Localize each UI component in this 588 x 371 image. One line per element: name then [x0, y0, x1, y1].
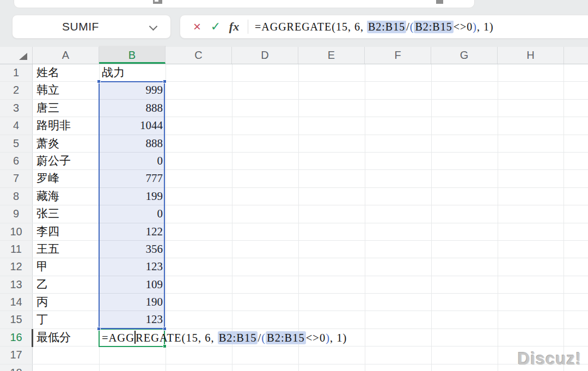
ribbon-icon-fragment — [436, 0, 443, 4]
insert-function-icon[interactable]: fx — [225, 16, 243, 38]
gridline — [498, 64, 498, 371]
cell-a5[interactable]: 萧炎 — [33, 135, 99, 152]
formula-text-segment: <>0 — [454, 21, 473, 33]
column-header-b[interactable]: B — [99, 46, 166, 64]
table-row: 6蔚公子0 — [0, 153, 588, 170]
formula-bar-text[interactable]: =AGGREGATE(15, 6, B2:B15/(B2:B15<>0), 1) — [255, 21, 494, 33]
table-row: 5萧炎888 — [0, 135, 588, 153]
column-header-c[interactable]: C — [166, 47, 232, 64]
grid-rows: 1姓名战力2韩立9993唐三8884路明非10445萧炎8886蔚公子07罗峰7… — [0, 64, 588, 371]
table-row: 13乙109 — [0, 276, 588, 294]
row-header-2[interactable]: 2 — [0, 82, 33, 99]
cell-a18[interactable] — [33, 364, 99, 371]
cell-a9[interactable]: 张三 — [33, 205, 99, 222]
table-row: 4路明非1044 — [0, 117, 588, 135]
cell-b18[interactable] — [99, 364, 166, 371]
formula-range-ref: B2:B15 — [367, 21, 406, 33]
column-header-h[interactable]: H — [498, 47, 564, 64]
formula-range-ref: B2:B15 — [266, 331, 306, 344]
name-box[interactable]: SUMIF — [12, 15, 171, 39]
row-header-3[interactable]: 3 — [0, 100, 33, 117]
row-header-15[interactable]: 15 — [0, 311, 33, 328]
select-all-triangle-icon — [19, 53, 27, 60]
cell-a14[interactable]: 丙 — [33, 294, 99, 311]
column-header-g[interactable]: G — [431, 47, 498, 64]
selection-handle[interactable] — [163, 80, 167, 83]
cell-a4[interactable]: 路明非 — [33, 117, 99, 134]
selection-handle[interactable] — [97, 327, 101, 331]
name-box-value: SUMIF — [62, 20, 99, 33]
gridline — [431, 64, 432, 371]
selection-handle[interactable] — [163, 327, 167, 331]
spreadsheet-window: SUMIF × ✓ fx =AGGREGATE(15, 6, B2:B15/(B… — [0, 0, 588, 371]
fill-handle[interactable] — [163, 344, 167, 348]
cell-a6[interactable]: 蔚公子 — [33, 153, 99, 169]
cell-a15[interactable]: 丁 — [33, 311, 99, 328]
cell-a17[interactable] — [33, 346, 99, 363]
formula-paren: ) — [473, 21, 477, 33]
row-header-18[interactable]: 18 — [0, 364, 33, 371]
select-all-corner[interactable] — [0, 47, 33, 64]
formula-range-ref: B2:B15 — [218, 331, 258, 344]
cell-a7[interactable]: 罗峰 — [33, 170, 99, 187]
row-header-7[interactable]: 7 — [0, 170, 33, 187]
selection-range-b2-b15 — [99, 81, 165, 329]
cell-a1[interactable]: 姓名 — [33, 64, 99, 81]
row-header-17[interactable]: 17 — [0, 346, 33, 363]
row-header-14[interactable]: 14 — [0, 294, 33, 311]
row-header-6[interactable]: 6 — [0, 153, 33, 169]
cell-a3[interactable]: 唐三 — [33, 100, 99, 117]
table-row: 14丙190 — [0, 294, 588, 311]
formula-text-segment: REGATE(15, 6, — [136, 332, 218, 344]
cell-a2[interactable]: 韩立 — [33, 82, 99, 99]
table-row: 2韩立999 — [0, 82, 588, 99]
formula-paren: ) — [326, 332, 330, 344]
table-row: 17 — [0, 346, 588, 364]
row-header-4[interactable]: 4 — [0, 117, 33, 134]
cell-a11[interactable]: 王五 — [33, 241, 99, 258]
watermark: Discuz! — [518, 349, 581, 369]
row-header-1[interactable]: 1 — [0, 64, 33, 81]
formula-bar[interactable]: × ✓ fx =AGGREGATE(15, 6, B2:B15/(B2:B15<… — [180, 15, 588, 39]
cell-a8[interactable]: 藏海 — [33, 188, 99, 205]
row-header-11[interactable]: 11 — [0, 241, 33, 258]
cell-a12[interactable]: 甲 — [33, 258, 99, 275]
table-row: 8藏海199 — [0, 188, 588, 205]
cell-edit-formula-text[interactable]: =AGGREGATE(15, 6, B2:B15/(B2:B15<>0), 1) — [102, 329, 347, 347]
column-header-e[interactable]: E — [298, 47, 365, 64]
cell-b1[interactable]: 战力 — [99, 64, 166, 81]
table-row: 12甲123 — [0, 258, 588, 276]
table-row: 15丁123 — [0, 311, 588, 329]
row-header-10[interactable]: 10 — [0, 223, 33, 240]
row-header-8[interactable]: 8 — [0, 188, 33, 205]
row-header-5[interactable]: 5 — [0, 135, 33, 152]
confirm-icon[interactable]: ✓ — [206, 16, 225, 38]
gridline — [365, 64, 365, 371]
selection-handle[interactable] — [97, 80, 101, 83]
formula-text-segment: , 1) — [330, 332, 347, 344]
row-header-16[interactable]: 16 — [0, 329, 33, 346]
ribbon-icon-fragment — [153, 0, 162, 4]
cell-b17[interactable] — [99, 346, 166, 363]
row-header-12[interactable]: 12 — [0, 258, 33, 275]
table-row: 10李四122 — [0, 223, 588, 241]
row-header-13[interactable]: 13 — [0, 276, 33, 293]
ribbon-bottom-edge — [14, 0, 475, 8]
cell-a13[interactable]: 乙 — [33, 276, 99, 293]
column-header-d[interactable]: D — [232, 47, 298, 64]
cancel-icon[interactable]: × — [188, 16, 206, 38]
cell-a10[interactable]: 李四 — [33, 223, 99, 240]
column-header-a[interactable]: A — [33, 47, 99, 64]
cell-a16[interactable]: 最低分 — [33, 329, 99, 346]
chevron-down-icon[interactable] — [149, 22, 158, 31]
active-row-header-accent — [32, 329, 33, 347]
column-header-f[interactable]: F — [365, 47, 431, 64]
table-row: 9张三0 — [0, 205, 588, 223]
formula-range-ref: B2:B15 — [414, 21, 453, 33]
formula-text-segment: <>0 — [306, 332, 326, 344]
formula-text-segment: =AGG — [102, 332, 134, 344]
gridline — [298, 64, 299, 371]
column-header-strip: ABCDEFGH — [0, 47, 588, 64]
table-row: 1姓名战力 — [0, 64, 588, 82]
row-header-9[interactable]: 9 — [0, 205, 33, 222]
